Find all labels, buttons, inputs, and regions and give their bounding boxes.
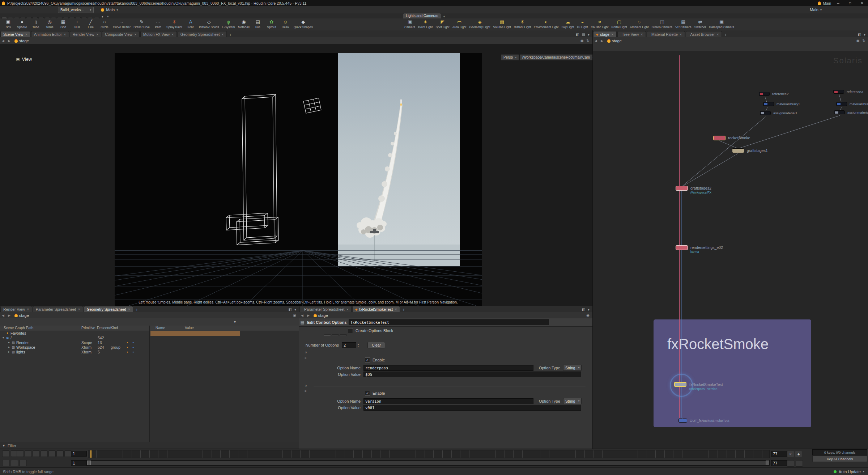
remove-option-button[interactable]: ✕	[305, 384, 307, 387]
shelf-tool[interactable]: ☺ Hello	[278, 19, 292, 29]
close-icon[interactable]: ✕	[64, 33, 66, 36]
network-node[interactable]: rendersettings_e02 karma	[676, 245, 688, 250]
pin-pane-icon[interactable]: ◉	[856, 39, 860, 43]
forward-icon[interactable]: ▶	[305, 314, 311, 317]
mirror-icon[interactable]	[1, 154, 9, 160]
number-stepper[interactable]: ▴ ▾	[357, 343, 359, 347]
shelf-tool[interactable]: ▣ Gamepad Camera	[707, 19, 736, 29]
scene-graph-row[interactable]: ▸ ▧ lights Xform 5 ● ●	[0, 349, 149, 354]
context-name-field[interactable]: fxRocketSmokeTest	[349, 319, 549, 325]
shelf-tool[interactable]: ╱ Line	[84, 19, 98, 29]
pane-menu-icon[interactable]: ▾	[588, 308, 590, 311]
scene-graph-row[interactable]: ▸ ▧ Render Scope 13 ● ●	[0, 340, 149, 345]
next-frame-button[interactable]	[56, 450, 64, 457]
option-type-select[interactable]: String▾	[563, 365, 582, 371]
select-icon[interactable]	[1, 54, 9, 60]
network-node[interactable]: OUT_fxRocketSmokeTest	[678, 419, 687, 423]
pane-menu-icon[interactable]: ▾	[588, 33, 590, 37]
shelf-tool[interactable]: ◆ Quick Shapes	[292, 19, 314, 29]
back-icon[interactable]: ◀	[0, 39, 6, 43]
context-path[interactable]: stage	[19, 313, 29, 318]
scene-viewport[interactable]: Left mouse tumbles. Middle pans. Right d…	[0, 44, 592, 306]
pane-tab[interactable]: Parameter Spreadsheet✕	[33, 306, 83, 312]
stepper-down-icon[interactable]: ▾	[357, 345, 359, 347]
close-icon[interactable]: ✕	[96, 33, 99, 36]
shelf-tool[interactable]: ☁ Sky Light	[560, 19, 575, 29]
option-type-select[interactable]: String▾	[563, 398, 582, 404]
activation-toggle[interactable]: ●	[132, 346, 134, 348]
network-node[interactable]: materiallibrary2	[836, 102, 847, 106]
shelf-tool[interactable]: ✿ Sprout	[265, 19, 278, 29]
close-icon[interactable]: ✕	[25, 33, 27, 36]
pane-tab[interactable]: Asset Browser✕	[686, 31, 722, 37]
pane-tab[interactable]: Composite View✕	[102, 31, 139, 37]
home-view-icon[interactable]	[583, 48, 590, 53]
shelf-menu-icon[interactable]: ▾	[100, 15, 105, 18]
shelf-tool[interactable]: ◐ Environment Light	[532, 19, 560, 29]
number-of-options-field[interactable]: 2	[342, 342, 356, 348]
network-node[interactable]: graftstages1	[732, 148, 744, 153]
network-node[interactable]: assignmaterial2	[834, 110, 845, 114]
shelf-tool[interactable]: ▭ Area Light	[451, 19, 468, 29]
shelf-tool[interactable]: ▦ Grid	[56, 19, 70, 29]
shelf-tool[interactable]: ψ L-System	[221, 19, 237, 29]
drag-handle-icon[interactable]: ≡	[305, 356, 306, 360]
multi-snap-icon[interactable]	[1, 129, 9, 135]
grid-toggle-icon[interactable]	[583, 123, 590, 128]
path-history-icon[interactable]: ↻	[863, 39, 865, 43]
drag-handle-icon[interactable]: ≡	[305, 389, 306, 393]
options-tab[interactable]	[332, 334, 339, 336]
network-node[interactable]: rocketSmoke	[713, 136, 726, 140]
shelf-tool[interactable]: ✶ Point Light	[417, 19, 434, 29]
column-header[interactable]: Scene Graph Path	[4, 326, 33, 330]
shelf-tool[interactable]: + Null	[70, 19, 84, 29]
shelf-add-icon[interactable]: +	[105, 15, 111, 18]
shelf-tool[interactable]: ◫ Stereo Camera	[650, 19, 674, 29]
close-icon[interactable]: ✕	[27, 308, 29, 311]
remove-option-button[interactable]: ✕	[305, 351, 307, 354]
column-header[interactable]: Kind	[111, 326, 118, 330]
gamma-icon[interactable]	[583, 131, 590, 136]
selected-row[interactable]	[150, 331, 240, 336]
pane-tab[interactable]: Render View✕	[0, 306, 32, 312]
shelf-tool[interactable]: ◤ Spot Light	[434, 19, 451, 29]
context-path[interactable]: stage	[19, 39, 29, 43]
close-icon[interactable]: ✕	[641, 33, 643, 36]
playback-range-slider[interactable]	[87, 460, 770, 466]
shelf-tool[interactable]: ▯ Tube	[29, 19, 43, 29]
create-options-checkbox[interactable]	[348, 328, 353, 333]
shelf-tool[interactable]: ◇ Platonic Solids	[197, 19, 221, 29]
forward-icon[interactable]: ▶	[6, 314, 12, 317]
playback-end-field[interactable]: 77	[771, 451, 787, 457]
network-node[interactable]: fxRocketSmokeTest renderpass · version	[674, 382, 686, 387]
shelf-tool[interactable]: ✳ Spray Paint	[165, 19, 184, 29]
grid-snap-icon[interactable]	[1, 121, 9, 126]
filter-label[interactable]: Filter	[8, 444, 16, 448]
shelf-add-icon[interactable]: +	[442, 15, 447, 18]
shelf-tool[interactable]: ⇄ Switcher	[693, 19, 708, 29]
filter-funnel-icon[interactable]: ▼	[2, 444, 5, 448]
shelf-tool[interactable]: ◒ GI Light	[575, 19, 589, 29]
pane-split-icon[interactable]: ◧	[858, 33, 861, 37]
close-icon[interactable]: ✕	[78, 308, 80, 311]
pane-tab[interactable]: Material Palette✕	[647, 31, 685, 37]
close-icon[interactable]: ✕	[171, 33, 174, 36]
network-node[interactable]: materiallibrary1	[763, 102, 774, 106]
camera-lock-icon[interactable]	[583, 73, 590, 78]
new-tab-button[interactable]: +	[400, 308, 407, 312]
auto-key-button[interactable]: K	[787, 451, 794, 457]
clear-button[interactable]: Clear	[367, 342, 385, 348]
context-path[interactable]: stage	[612, 39, 622, 43]
range-start-handle[interactable]	[87, 461, 91, 465]
filter-funnel-icon[interactable]: ▼	[233, 320, 237, 324]
pane-tab[interactable]: ◆ fxRocketSmokeTest✕	[352, 306, 400, 312]
desktop-selector-right[interactable]: Main▾	[810, 8, 822, 12]
shelf-tool[interactable]: ◉ Metaball	[237, 19, 251, 29]
playbar-options-icon[interactable]	[2, 450, 9, 457]
close-icon[interactable]: ✕	[128, 308, 130, 311]
prev-key-button[interactable]	[25, 450, 32, 457]
visibility-toggle[interactable]: ●	[127, 346, 128, 348]
frame-ruler[interactable]	[87, 450, 770, 458]
scene-graph-row[interactable]: ▾ ◉ / 542	[0, 335, 149, 340]
shelf-tool[interactable]: ▣ Box	[1, 19, 15, 29]
